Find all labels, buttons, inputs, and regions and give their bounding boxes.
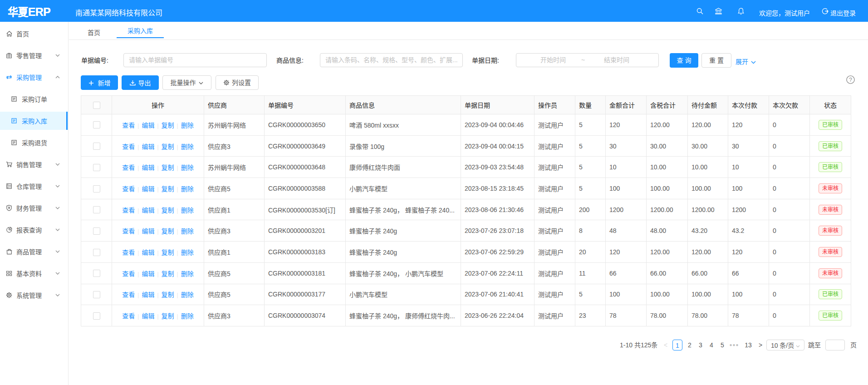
svg-text:?: ? bbox=[849, 77, 852, 83]
